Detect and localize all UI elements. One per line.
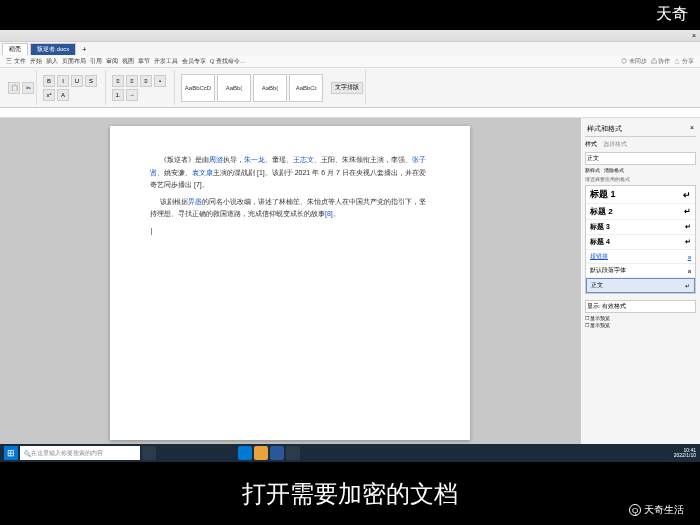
style-h2[interactable]: AaBb( bbox=[253, 74, 287, 102]
preview-checkbox-2[interactable]: ☐ 显示预览 bbox=[585, 322, 696, 328]
taskbar-clock[interactable]: 10:412022/1/10 bbox=[674, 448, 696, 459]
document-area[interactable]: 《叛逆者》是由周游执导，朱一龙、童瑶、王志文、王阳、朱珠领衔主演，李强、张子贤、… bbox=[0, 118, 580, 448]
tab-daoce[interactable]: 稻壳 bbox=[2, 43, 28, 55]
edge-icon[interactable] bbox=[238, 446, 252, 460]
indent-button[interactable]: → bbox=[126, 89, 138, 101]
collab-button[interactable]: 凸 协作 bbox=[651, 57, 671, 66]
panel-tab-styles[interactable]: 样式 bbox=[585, 140, 597, 149]
style-h1[interactable]: AaBb( bbox=[217, 74, 251, 102]
menu-dev[interactable]: 开发工具 bbox=[154, 57, 178, 66]
paste-button[interactable]: 📋 bbox=[8, 82, 20, 94]
watermark: Q 天奇生活 bbox=[629, 503, 684, 517]
link-actor1[interactable]: 朱一龙 bbox=[244, 156, 265, 163]
color-button[interactable]: A bbox=[57, 89, 69, 101]
windows-taskbar: ⊞ 🔍 在这里输入你要搜索的内容 10:412022/1/10 bbox=[0, 444, 700, 462]
menu-view[interactable]: 视图 bbox=[122, 57, 134, 66]
menu-ref[interactable]: 引用 bbox=[90, 57, 102, 66]
underline-button[interactable]: U bbox=[71, 75, 83, 87]
ruler bbox=[0, 108, 700, 118]
app-icon[interactable] bbox=[286, 446, 300, 460]
link-actor4[interactable]: 袁文康 bbox=[192, 169, 213, 176]
text-layout-button[interactable]: 文字排版 bbox=[331, 82, 363, 94]
menu-review[interactable]: 审阅 bbox=[106, 57, 118, 66]
ribbon-font: BIUSx²A bbox=[41, 70, 106, 105]
current-style-select[interactable]: 正文 bbox=[585, 152, 696, 165]
menu-insert[interactable]: 插入 bbox=[46, 57, 58, 66]
cut-button[interactable]: ✂ bbox=[22, 82, 34, 94]
close-icon[interactable]: × bbox=[692, 32, 696, 39]
new-style-button[interactable]: 新样式 bbox=[585, 167, 600, 173]
video-subtitle: 打开需要加密的文档 bbox=[242, 478, 458, 510]
watermark-icon: Q bbox=[629, 504, 641, 516]
bullets-button[interactable]: • bbox=[154, 75, 166, 87]
style-row-body[interactable]: 正文↵ bbox=[586, 278, 695, 293]
panel-title: 样式和格式 bbox=[587, 124, 622, 134]
ribbon-clipboard: 📋✂ bbox=[6, 70, 37, 105]
page[interactable]: 《叛逆者》是由周游执导，朱一龙、童瑶、王志文、王阳、朱珠领衔主演，李强、张子贤、… bbox=[110, 126, 470, 440]
explorer-icon[interactable] bbox=[254, 446, 268, 460]
file-tabs: 稻壳 叛逆者.docx + bbox=[0, 42, 700, 56]
taskbar-search[interactable]: 🔍 在这里输入你要搜索的内容 bbox=[20, 446, 140, 460]
menu-bar: 三 文件 开始 插入 页面布局 引用 审阅 视图 章节 开发工具 会员专享 Q … bbox=[0, 56, 700, 68]
preview-checkbox-1[interactable]: ☐ 显示预览 bbox=[585, 315, 696, 321]
text-cursor: | bbox=[151, 227, 153, 234]
strike-button[interactable]: S bbox=[85, 75, 97, 87]
link-actor2[interactable]: 王志文 bbox=[293, 156, 314, 163]
subtitle-bar: 打开需要加密的文档 Q 天奇生活 bbox=[0, 462, 700, 525]
ribbon-textlayout: 文字排版 bbox=[329, 70, 366, 105]
tab-document[interactable]: 叛逆者.docx bbox=[30, 43, 76, 55]
add-tab-button[interactable]: + bbox=[78, 46, 90, 53]
align-left-button[interactable]: ≡ bbox=[112, 75, 124, 87]
app-window: × 稻壳 叛逆者.docx + 三 文件 开始 插入 页面布局 引用 审阅 视图… bbox=[0, 30, 700, 462]
menu-section[interactable]: 章节 bbox=[138, 57, 150, 66]
menu-search[interactable]: Q 查找命令... bbox=[210, 57, 245, 66]
style-row-h2[interactable]: 标题 2↵ bbox=[586, 204, 695, 220]
share-button[interactable]: △ 分享 bbox=[674, 57, 694, 66]
style-row-h3[interactable]: 标题 3↵ bbox=[586, 220, 695, 235]
super-button[interactable]: x² bbox=[43, 89, 55, 101]
menu-vip[interactable]: 会员专享 bbox=[182, 57, 206, 66]
sync-status[interactable]: ◎ 未同步 bbox=[621, 57, 647, 66]
numbers-button[interactable]: 1. bbox=[112, 89, 124, 101]
link-author[interactable]: 畀愚 bbox=[188, 198, 202, 205]
ribbon: 📋✂ BIUSx²A ≡≡≡•1.→ AaBbCcD AaBb( AaBb( A… bbox=[0, 68, 700, 108]
style-row-h1[interactable]: 标题 1↵ bbox=[586, 186, 695, 204]
titlebar: × bbox=[0, 30, 700, 42]
paragraph-1: 《叛逆者》是由周游执导，朱一龙、童瑶、王志文、王阳、朱珠领衔主演，李强、张子贤、… bbox=[150, 154, 430, 192]
panel-tab-format[interactable]: 选择格式 bbox=[603, 140, 627, 149]
style-row-link[interactable]: 超链接a bbox=[586, 250, 695, 264]
style-body[interactable]: AaBbCcD bbox=[181, 74, 215, 102]
letterbox-top: 天奇 bbox=[0, 0, 700, 30]
menu-file[interactable]: 三 文件 bbox=[6, 57, 26, 66]
link-ref8[interactable]: [8] bbox=[325, 210, 333, 217]
pick-format-label: 请选择要应用的格式 bbox=[585, 176, 696, 182]
align-center-button[interactable]: ≡ bbox=[126, 75, 138, 87]
style-row-default[interactable]: 默认段落字体a bbox=[586, 264, 695, 278]
italic-button[interactable]: I bbox=[57, 75, 69, 87]
menu-layout[interactable]: 页面布局 bbox=[62, 57, 86, 66]
align-right-button[interactable]: ≡ bbox=[140, 75, 152, 87]
ribbon-paragraph: ≡≡≡•1.→ bbox=[110, 70, 175, 105]
styles-panel: 样式和格式× 样式 选择格式 正文 新样式 清除格式 请选择要应用的格式 标题 … bbox=[580, 118, 700, 448]
show-filter-select[interactable]: 显示: 有效格式 bbox=[585, 300, 696, 313]
style-h3[interactable]: AaBbCt bbox=[289, 74, 323, 102]
panel-close-icon[interactable]: × bbox=[690, 124, 694, 134]
style-list: 标题 1↵ 标题 2↵ 标题 3↵ 标题 4↵ 超链接a 默认段落字体a 正文↵ bbox=[585, 185, 696, 294]
taskview-icon[interactable] bbox=[142, 446, 156, 460]
wps-icon[interactable] bbox=[270, 446, 284, 460]
ribbon-styles: AaBbCcD AaBb( AaBb( AaBbCt bbox=[179, 70, 325, 105]
bold-button[interactable]: B bbox=[43, 75, 55, 87]
paragraph-2: 该剧根据畀愚的同名小说改编，讲述了林楠笙、朱怡贞等人在中国共产党的指引下，坚持理… bbox=[150, 196, 430, 221]
style-row-h4[interactable]: 标题 4↵ bbox=[586, 235, 695, 250]
menu-start[interactable]: 开始 bbox=[30, 57, 42, 66]
link-director[interactable]: 周游 bbox=[209, 156, 223, 163]
start-button[interactable]: ⊞ bbox=[4, 446, 18, 460]
clear-format-button[interactable]: 清除格式 bbox=[604, 167, 624, 173]
